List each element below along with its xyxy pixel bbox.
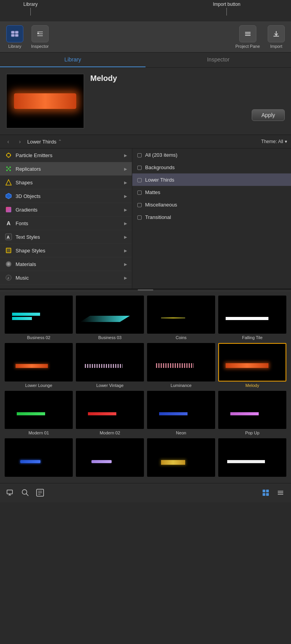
grid-thumb-coins bbox=[147, 296, 215, 334]
folder-item-mattes[interactable]: ▢ Mattes bbox=[132, 186, 291, 198]
shapes-arrow-icon: ▶ bbox=[124, 180, 127, 185]
grid-item-lower-vintage[interactable]: Lower Vintage bbox=[76, 343, 144, 387]
grid-item-lower-lounge[interactable]: Lower Lounge bbox=[5, 343, 73, 387]
gradients-label: Gradients bbox=[16, 207, 121, 213]
grid-item-neon[interactable]: Neon bbox=[147, 391, 215, 435]
import-button[interactable] bbox=[268, 25, 285, 42]
library-button[interactable] bbox=[6, 25, 23, 42]
grid-area: Business 02 Business 03 Coins bbox=[0, 291, 291, 483]
list-view-button[interactable] bbox=[275, 487, 286, 499]
sidebar-item-shapes[interactable]: Shapes ▶ bbox=[0, 176, 132, 189]
sidebar-item-materials[interactable]: Materials ▶ bbox=[0, 257, 132, 271]
photos-icon bbox=[5, 287, 12, 289]
nav-forward-button[interactable]: › bbox=[16, 137, 24, 146]
folder-backgrounds-icon: ▢ bbox=[137, 164, 142, 170]
svg-point-22 bbox=[8, 168, 9, 170]
sidebar-item-shape-styles[interactable]: Shape Styles ▶ bbox=[0, 244, 132, 257]
grid-item-modern-02[interactable]: Modern 02 bbox=[76, 391, 144, 435]
grid-item-luminance[interactable]: Luminance bbox=[147, 343, 215, 387]
grid-label-business-03: Business 03 bbox=[98, 335, 122, 340]
sidebar-item-particle-emitters[interactable]: Particle Emitters ▶ bbox=[0, 149, 132, 162]
svg-point-19 bbox=[9, 166, 11, 168]
grid-label-neon: Neon bbox=[176, 430, 186, 435]
tab-bar: Library Inspector bbox=[0, 52, 291, 68]
folder-backgrounds-label: Backgrounds bbox=[145, 164, 175, 170]
svg-point-30 bbox=[6, 261, 11, 267]
grid-thumb-melody bbox=[218, 343, 286, 381]
grid-item-coins[interactable]: Coins bbox=[147, 296, 215, 340]
folder-item-miscellaneous[interactable]: ▢ Miscellaneous bbox=[132, 198, 291, 211]
grid-label-lower-vintage: Lower Vintage bbox=[96, 383, 123, 388]
grid-item-falling-tile[interactable]: Falling Tile bbox=[218, 296, 286, 340]
replicators-icon bbox=[5, 165, 12, 173]
grid-thumb-pop-up bbox=[218, 391, 286, 429]
nav-back-button[interactable]: ‹ bbox=[4, 137, 12, 146]
sidebar-item-photos[interactable]: Photos ▶ bbox=[0, 285, 132, 289]
sidebar-item-fonts[interactable]: A Fonts ▶ bbox=[0, 217, 132, 230]
grid-thumb-luminance bbox=[147, 343, 215, 381]
grid-item-row4a[interactable] bbox=[5, 438, 73, 478]
apply-button[interactable]: Apply bbox=[252, 109, 285, 121]
project-pane-label: Project Pane bbox=[235, 44, 260, 49]
svg-marker-24 bbox=[6, 193, 11, 199]
materials-arrow-icon: ▶ bbox=[124, 262, 127, 266]
inspector-button-label: Inspector bbox=[31, 44, 49, 49]
grid-thumb-lower-vintage bbox=[76, 343, 144, 381]
grid-item-business-03[interactable]: Business 03 bbox=[76, 296, 144, 340]
svg-line-45 bbox=[26, 494, 28, 496]
svg-marker-23 bbox=[6, 180, 11, 185]
svg-rect-52 bbox=[263, 493, 265, 496]
folder-item-lower-thirds[interactable]: ▢ Lower Thirds bbox=[132, 173, 291, 186]
grid-label-modern-01: Modern 01 bbox=[28, 430, 49, 435]
folder-item-all[interactable]: ▢ All (203 items) bbox=[132, 149, 291, 161]
3d-objects-label: 3D Objects bbox=[16, 193, 121, 199]
gradients-arrow-icon: ▶ bbox=[124, 208, 127, 212]
divider-handle[interactable] bbox=[138, 289, 153, 290]
grid-thumb-row4a bbox=[5, 438, 73, 476]
inspector-button[interactable] bbox=[32, 25, 49, 42]
inspector-tab[interactable]: Inspector bbox=[146, 52, 291, 67]
info-button[interactable] bbox=[34, 487, 46, 499]
grid-item-melody[interactable]: Melody bbox=[218, 343, 286, 387]
preview-area: Melody Apply bbox=[0, 68, 291, 135]
grid-item-pop-up[interactable]: Pop Up bbox=[218, 391, 286, 435]
sidebar-item-replicators[interactable]: Replicators ▶ bbox=[0, 162, 132, 176]
grid-item-row4c[interactable] bbox=[147, 438, 215, 478]
replicators-label: Replicators bbox=[16, 166, 121, 172]
grid-item-business-02[interactable]: Business 02 bbox=[5, 296, 73, 340]
sidebar-item-music[interactable]: ♪ Music ▶ bbox=[0, 271, 132, 285]
svg-rect-50 bbox=[263, 490, 265, 492]
text-styles-arrow-icon: ▶ bbox=[124, 235, 127, 239]
grid-thumb-row4d bbox=[218, 438, 286, 476]
sidebar-item-gradients[interactable]: Gradients ▶ bbox=[0, 203, 132, 217]
particle-emitters-icon bbox=[5, 151, 12, 159]
grid-label-modern-02: Modern 02 bbox=[100, 430, 120, 435]
search-button[interactable] bbox=[19, 487, 31, 499]
folder-lower-thirds-label: Lower Thirds bbox=[145, 177, 174, 183]
add-to-favorites-button[interactable] bbox=[5, 487, 16, 499]
fonts-icon: A bbox=[5, 219, 12, 227]
library-tab[interactable]: Library bbox=[0, 52, 146, 67]
folder-mattes-icon: ▢ bbox=[137, 189, 142, 195]
folder-item-backgrounds[interactable]: ▢ Backgrounds bbox=[132, 161, 291, 173]
breadcrumb-arrow: ⌃ bbox=[58, 139, 62, 144]
svg-point-17 bbox=[8, 157, 9, 158]
replicators-arrow-icon: ▶ bbox=[124, 167, 127, 171]
grid-item-row4d[interactable] bbox=[218, 438, 286, 478]
grid-item-modern-01[interactable]: Modern 01 bbox=[5, 391, 73, 435]
right-column: ▢ All (203 items) ▢ Backgrounds ▢ Lower … bbox=[132, 149, 291, 289]
theme-selector[interactable]: Theme: All ▾ bbox=[261, 139, 287, 144]
folder-item-transitional[interactable]: ▢ Transitional bbox=[132, 211, 291, 223]
materials-label: Materials bbox=[16, 261, 121, 267]
grid-item-row4b[interactable] bbox=[76, 438, 144, 478]
sidebar-item-3d-objects[interactable]: 3D Objects ▶ bbox=[0, 189, 132, 203]
svg-rect-0 bbox=[11, 31, 14, 33]
grid: Business 02 Business 03 Coins bbox=[5, 296, 286, 478]
project-pane-button[interactable] bbox=[239, 25, 256, 42]
sidebar-item-text-styles[interactable]: A Text Styles ▶ bbox=[0, 230, 132, 244]
grid-thumb-falling-tile bbox=[218, 296, 286, 334]
svg-rect-29 bbox=[7, 248, 11, 252]
grid-view-button[interactable] bbox=[260, 487, 272, 499]
inspector-toolbar-group: Inspector bbox=[31, 25, 49, 49]
grid-label-lower-lounge: Lower Lounge bbox=[25, 383, 53, 388]
